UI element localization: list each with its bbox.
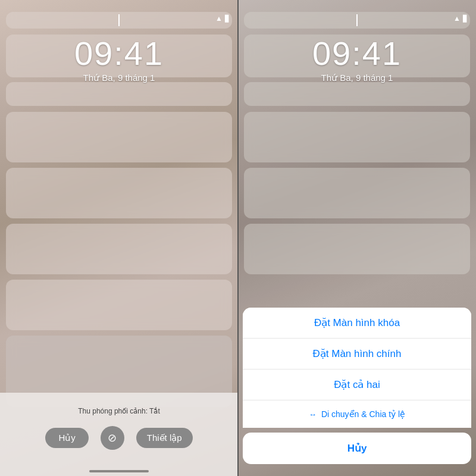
cancel-button-left[interactable]: Hủy <box>45 428 88 448</box>
left-date: Thứ Ba, 9 tháng 1 <box>0 73 238 83</box>
setup-button[interactable]: Thiết lập <box>136 428 193 448</box>
no-entry-icon: ⊘ <box>108 431 117 444</box>
right-status-icons: ▲ ▊ <box>453 14 468 23</box>
right-strip-4 <box>244 112 470 162</box>
left-time-display: 09:41 Thứ Ba, 9 tháng 1 <box>0 37 238 83</box>
cursor-icon <box>118 14 120 26</box>
left-strip-5 <box>6 168 232 218</box>
left-clock: 09:41 <box>0 37 238 70</box>
action-set-both[interactable]: Đặt cả hai <box>243 369 471 400</box>
right-strip-3 <box>244 82 470 106</box>
action-set-lock-screen[interactable]: Đặt Màn hình khóa <box>243 308 471 339</box>
right-date: Thứ Ba, 9 tháng 1 <box>238 73 476 83</box>
right-phone-panel: ▲ ▊ 09:41 Thứ Ba, 9 tháng 1 Đặt Màn hình… <box>238 0 476 476</box>
right-time-display: 09:41 Thứ Ba, 9 tháng 1 <box>238 37 476 83</box>
action-sheet: Đặt Màn hình khóa Đặt Màn hình chính Đặt… <box>238 308 476 476</box>
right-strip-5 <box>244 168 470 218</box>
right-cursor-icon <box>356 14 358 26</box>
left-strip-4 <box>6 112 232 162</box>
wifi-icon: ▲ <box>215 14 223 23</box>
battery-icon: ▊ <box>225 15 230 23</box>
right-clock: 09:41 <box>238 37 476 70</box>
right-wifi-icon: ▲ <box>453 14 461 23</box>
left-strip-6 <box>6 224 232 274</box>
left-phone-panel: ▲ ▊ 09:41 Thứ Ba, 9 tháng 1 Thu phóng ph… <box>0 0 238 476</box>
move-icon: ↔ <box>309 410 317 419</box>
cancel-button-right[interactable]: Hủy <box>243 433 471 464</box>
perspective-label: Thu phóng phối cảnh: Tắt <box>78 407 160 415</box>
left-strip-7 <box>6 280 232 330</box>
right-battery-icon: ▊ <box>463 15 468 23</box>
panel-divider <box>237 0 239 476</box>
right-status-bar <box>238 14 476 26</box>
left-strip-3 <box>6 82 232 106</box>
left-bottom-bar: Thu phóng phối cảnh: Tắt Hủy ⊘ Thiết lập <box>0 393 238 476</box>
action-move-scale[interactable]: ↔ Di chuyển & Chia tỷ lệ <box>243 400 471 428</box>
right-strip-6 <box>244 224 470 274</box>
bottom-buttons: Hủy ⊘ Thiết lập <box>45 426 192 450</box>
left-status-bar <box>0 14 238 26</box>
action-sheet-group: Đặt Màn hình khóa Đặt Màn hình chính Đặt… <box>243 308 471 428</box>
no-entry-button[interactable]: ⊘ <box>101 426 124 450</box>
action-set-home-screen[interactable]: Đặt Màn hình chính <box>243 339 471 369</box>
left-status-icons: ▲ ▊ <box>215 14 230 23</box>
left-home-indicator <box>89 470 149 472</box>
